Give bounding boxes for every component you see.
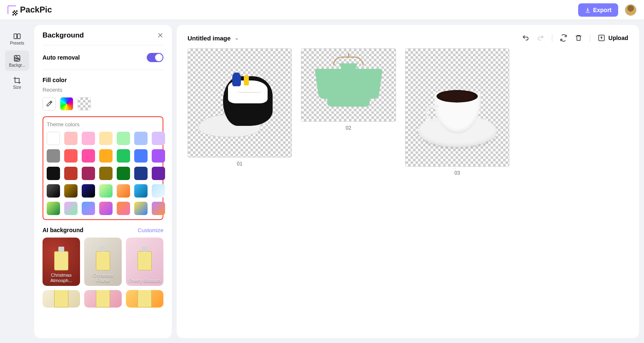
- theme-gradient-swatch[interactable]: [99, 202, 113, 215]
- theme-swatch[interactable]: [134, 132, 148, 145]
- theme-swatch[interactable]: [99, 149, 113, 163]
- product-sneaker: [198, 65, 281, 141]
- theme-gradient-swatch[interactable]: [64, 202, 78, 215]
- image-card-03[interactable]: 03: [405, 48, 509, 176]
- theme-gradient-swatch[interactable]: [152, 184, 165, 198]
- theme-gradient-swatch[interactable]: [99, 184, 113, 198]
- theme-swatch[interactable]: [152, 132, 165, 145]
- theme-gradient-swatch[interactable]: [47, 202, 60, 215]
- tool-background[interactable]: Backgr...: [5, 50, 29, 71]
- topbar-right: Export: [578, 3, 636, 17]
- theme-swatch[interactable]: [152, 149, 165, 163]
- close-icon[interactable]: ✕: [157, 31, 163, 40]
- panel-header: Background ✕: [43, 31, 163, 45]
- theme-swatch[interactable]: [64, 167, 78, 180]
- canvas-area: Untitled image ⌄: [177, 25, 639, 338]
- theme-gradient-swatch[interactable]: [134, 184, 148, 198]
- theme-swatch[interactable]: [64, 132, 78, 145]
- theme-swatch[interactable]: [82, 149, 95, 163]
- background-icon: [13, 54, 22, 63]
- ai-background-card[interactable]: [84, 290, 122, 308]
- document-title-dropdown[interactable]: Untitled image ⌄: [188, 35, 239, 42]
- image-label: 01: [237, 161, 242, 167]
- canvas-header: Untitled image ⌄: [188, 34, 628, 42]
- sync-button[interactable]: [560, 34, 567, 42]
- theme-swatch[interactable]: [117, 132, 130, 145]
- document-title: Untitled image: [188, 35, 231, 42]
- divider: [590, 34, 590, 42]
- eyedropper-icon: [46, 100, 53, 107]
- theme-swatch[interactable]: [117, 167, 130, 180]
- tool-background-label: Backgr...: [9, 63, 25, 68]
- auto-removal-toggle[interactable]: [147, 53, 163, 62]
- theme-swatch[interactable]: [47, 149, 60, 163]
- theme-gradient-swatch[interactable]: [152, 202, 165, 215]
- theme-colors-label: Theme colors: [47, 121, 159, 128]
- export-label: Export: [593, 7, 611, 13]
- theme-gradient-swatch[interactable]: [82, 184, 95, 198]
- theme-swatch[interactable]: [117, 149, 130, 163]
- redo-button[interactable]: [537, 34, 544, 42]
- ai-card-label: Cherry Blossom: [126, 278, 163, 283]
- brand: PackPic: [8, 5, 52, 15]
- theme-gradient-swatch[interactable]: [117, 202, 130, 215]
- theme-swatch[interactable]: [152, 167, 165, 180]
- ai-background-card[interactable]: [126, 290, 163, 308]
- crop-icon: [13, 76, 22, 85]
- svg-rect-0: [14, 34, 17, 39]
- delete-button[interactable]: [575, 34, 582, 42]
- theme-swatch[interactable]: [134, 149, 148, 163]
- tool-size[interactable]: Size: [5, 73, 29, 93]
- upload-icon: [598, 34, 605, 42]
- image-frame: [301, 48, 396, 122]
- fill-color-title: Fill color: [43, 77, 163, 83]
- theme-swatch[interactable]: [99, 167, 113, 180]
- upload-label: Upload: [609, 35, 628, 41]
- ai-background-card[interactable]: Cherry Blossom: [126, 238, 163, 286]
- theme-swatch[interactable]: [99, 132, 113, 145]
- upload-button[interactable]: Upload: [598, 34, 628, 42]
- theme-swatch[interactable]: [47, 132, 60, 145]
- tool-presets[interactable]: Presets: [5, 28, 29, 49]
- theme-gradient-swatch[interactable]: [47, 184, 60, 198]
- theme-color-grid: [47, 132, 159, 215]
- export-button[interactable]: Export: [578, 3, 618, 17]
- theme-gradient-swatch[interactable]: [134, 202, 148, 215]
- image-card-01[interactable]: 01: [188, 48, 292, 167]
- theme-colors-section: Theme colors: [43, 116, 163, 220]
- undo-icon: [522, 34, 529, 42]
- undo-button[interactable]: [522, 34, 529, 42]
- color-picker-swatch[interactable]: [60, 97, 73, 110]
- image-label: 03: [454, 170, 460, 176]
- perfume-icon: [96, 251, 110, 270]
- tool-presets-label: Presets: [10, 41, 24, 45]
- eyedropper-button[interactable]: [43, 97, 56, 110]
- ai-background-card[interactable]: Christmas Atmosph...: [43, 238, 80, 286]
- avatar[interactable]: [625, 4, 636, 16]
- ai-background-card[interactable]: Christmas Frame: [84, 238, 122, 286]
- theme-swatch[interactable]: [64, 149, 78, 163]
- theme-swatch[interactable]: [47, 167, 60, 180]
- panel-title: Background: [43, 31, 84, 40]
- recents-row: [43, 97, 163, 110]
- trash-icon: [575, 34, 582, 42]
- theme-gradient-swatch[interactable]: [64, 184, 78, 198]
- topbar: PackPic Export: [0, 0, 644, 20]
- theme-swatch[interactable]: [134, 167, 148, 180]
- recents-label: Recents: [43, 87, 163, 93]
- product-coffee-cup: [413, 60, 501, 155]
- image-label: 02: [346, 125, 351, 131]
- perfume-icon: [138, 251, 152, 270]
- theme-swatch[interactable]: [82, 132, 95, 145]
- brand-name: PackPic: [20, 5, 52, 15]
- theme-gradient-swatch[interactable]: [117, 184, 130, 198]
- customize-link[interactable]: Customize: [138, 227, 163, 233]
- image-frame: [188, 48, 292, 158]
- ai-background-card[interactable]: [43, 290, 80, 308]
- theme-swatch[interactable]: [82, 167, 95, 180]
- theme-gradient-swatch[interactable]: [82, 202, 95, 215]
- presets-icon: [13, 32, 22, 41]
- image-card-02[interactable]: 02: [301, 48, 396, 131]
- download-icon: [585, 7, 591, 13]
- transparent-swatch[interactable]: [78, 97, 91, 110]
